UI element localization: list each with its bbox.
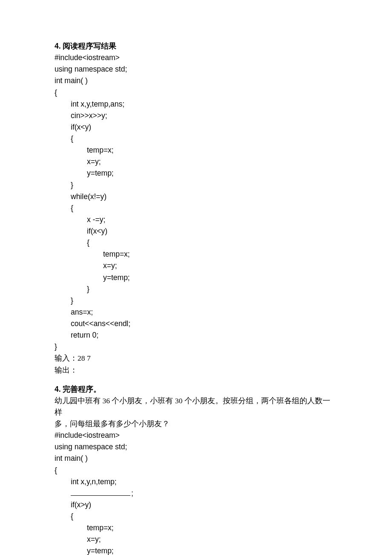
section2-desc-line2: 多，问每组最多有多少个小朋友？ bbox=[55, 418, 337, 430]
section2-desc-line1: 幼儿园中班有 36 个小朋友，小班有 30 个小朋友。按班分组，两个班各组的人数… bbox=[55, 395, 337, 418]
code-line: ; bbox=[55, 488, 337, 499]
code-line: int main( ) bbox=[55, 453, 337, 464]
code-line: } bbox=[55, 283, 337, 295]
code-line: { bbox=[55, 465, 337, 476]
code-line: return 0; bbox=[55, 330, 337, 341]
code-line: temp=x; bbox=[55, 522, 337, 534]
code-line: x=y; bbox=[55, 156, 337, 168]
code-text: ; bbox=[131, 489, 133, 497]
code-line: using namespace std; bbox=[55, 441, 337, 453]
code-line: } bbox=[55, 179, 337, 191]
code-line: { bbox=[55, 511, 337, 522]
section1-code-block: #include<iostream>using namespace std;in… bbox=[55, 52, 337, 353]
section1-output-line: 输出： bbox=[55, 364, 337, 376]
code-line: while(x!=y) bbox=[55, 191, 337, 202]
section1-input-line: 输入：28 7 bbox=[55, 353, 337, 364]
code-line: using namespace std; bbox=[55, 64, 337, 75]
code-line: ans=x; bbox=[55, 306, 337, 318]
code-line: cout<<ans<<endl; bbox=[55, 318, 337, 330]
code-line: if(x<y) bbox=[55, 225, 337, 237]
code-line: y=temp; bbox=[55, 545, 337, 555]
code-line: x -=y; bbox=[55, 214, 337, 225]
section2-code-block: #include<iostream>using namespace std;in… bbox=[55, 430, 337, 555]
code-line: int main( ) bbox=[55, 75, 337, 87]
code-line: #include<iostream> bbox=[55, 430, 337, 441]
code-line: if(x<y) bbox=[55, 121, 337, 133]
section2-heading: 4. 完善程序。 bbox=[55, 384, 337, 395]
code-line: y=temp; bbox=[55, 168, 337, 179]
code-line: if(x>y) bbox=[55, 499, 337, 511]
code-line: temp=x; bbox=[55, 249, 337, 260]
code-line: x=y; bbox=[55, 260, 337, 272]
code-line: cin>>x>>y; bbox=[55, 110, 337, 121]
code-line: { bbox=[55, 237, 337, 249]
code-line: int x,y,n,temp; bbox=[55, 476, 337, 488]
code-line: temp=x; bbox=[55, 145, 337, 156]
code-line: int x,y,temp,ans; bbox=[55, 98, 337, 110]
code-line: { bbox=[55, 202, 337, 214]
section1-heading: 4. 阅读程序写结果 bbox=[55, 40, 337, 52]
code-line: y=temp; bbox=[55, 272, 337, 283]
code-line: { bbox=[55, 87, 337, 98]
code-line: { bbox=[55, 133, 337, 145]
code-line: } bbox=[55, 295, 337, 306]
fill-in-blank[interactable] bbox=[71, 488, 130, 496]
code-line: } bbox=[55, 341, 337, 353]
code-line: x=y; bbox=[55, 534, 337, 545]
code-line: #include<iostream> bbox=[55, 52, 337, 64]
